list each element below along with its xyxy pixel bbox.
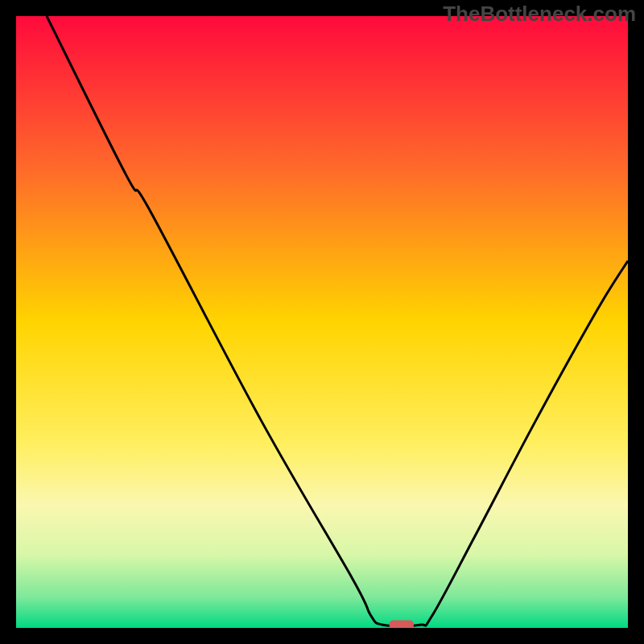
watermark-text: TheBottleneck.com <box>443 2 636 27</box>
optimum-marker <box>390 621 414 629</box>
chart-svg <box>16 16 628 628</box>
gradient-background <box>16 16 628 628</box>
plot-area <box>16 16 628 628</box>
chart-container: TheBottleneck.com <box>0 0 644 644</box>
